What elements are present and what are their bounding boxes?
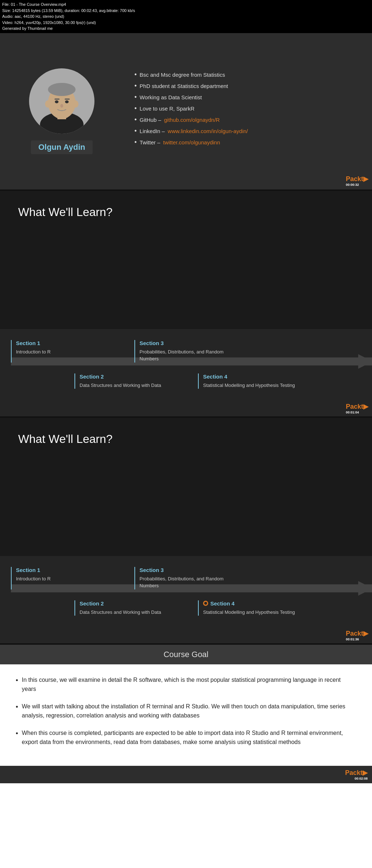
bio-item-github: GitHub – github.com/olgnaydn/R xyxy=(134,117,361,124)
sections-bottom-1: Section 2 Data Structures and Working wi… xyxy=(11,373,361,389)
avatar xyxy=(29,68,94,134)
section2-item-2: Section 2 Data Structures and Working wi… xyxy=(74,600,173,616)
svg-rect-9 xyxy=(54,99,60,100)
goal-item-1: In this course, we will examine in detai… xyxy=(22,675,354,694)
section2-label-2: Section 2 xyxy=(80,600,173,607)
section1-desc: Introduction to R xyxy=(16,348,109,356)
section3-desc: Probabilities, Distributions, and Random… xyxy=(140,348,232,363)
svg-point-5 xyxy=(45,100,51,108)
svg-rect-10 xyxy=(65,99,70,100)
packt-logo-slide3: Packt▶ 00:01:36 xyxy=(346,629,368,641)
file-info-header: File: 01 - The Course Overview.mp4 Size:… xyxy=(0,0,372,33)
section3-label: Section 3 xyxy=(140,340,232,346)
section2-item: Section 2 Data Structures and Working wi… xyxy=(74,373,173,389)
section4-desc-2: Statistical Modelling and Hypothesis Tes… xyxy=(203,609,296,616)
section3-label-2: Section 3 xyxy=(140,567,232,573)
section2-desc: Data Structures and Working with Data xyxy=(80,382,173,389)
twitter-link[interactable]: twitter.com/olgunaydinn xyxy=(163,139,220,145)
course-goal-header: Course Goal xyxy=(0,645,372,664)
bio-item-1: Bsc and Msc degree from Statistics xyxy=(134,72,361,79)
section1-label-2: Section 1 xyxy=(16,567,109,573)
what-learn-title-2: What We'll Learn? xyxy=(18,432,354,446)
speaker-name: Olgun Aydin xyxy=(31,140,92,154)
svg-point-7 xyxy=(55,100,58,103)
svg-point-6 xyxy=(73,100,78,108)
bio-item-twitter: Twitter – twitter.com/olgunaydinn xyxy=(134,139,361,146)
linkedin-link[interactable]: www.linkedin.com/in/olgun-aydin/ xyxy=(168,128,248,134)
file-info-line4: Video: h264, yuv420p, 1920x1080, 30.00 f… xyxy=(2,20,370,26)
speaker-slide: Olgun Aydin Bsc and Msc degree from Stat… xyxy=(0,33,372,189)
bio-item-2: PhD student at Statistics department xyxy=(134,83,361,90)
course-goal-content: In this course, we will examine in detai… xyxy=(0,664,372,766)
section4-label-row: Section 4 xyxy=(203,600,296,607)
bio-item-linkedin: LinkedIn – www.linkedin.com/in/olgun-ayd… xyxy=(134,128,361,135)
goal-item-2: We will start with talking about the ins… xyxy=(22,702,354,720)
packt-logo-bottom: Packt▶ 00:02:08 xyxy=(0,766,372,783)
bio-item-3: Working as Data Scientist xyxy=(134,94,361,101)
svg-point-8 xyxy=(65,100,69,103)
file-info-line1: File: 01 - The Course Overview.mp4 xyxy=(2,1,370,8)
packt-logo-slide2: Packt▶ 00:01:04 xyxy=(346,403,368,414)
svg-point-4 xyxy=(48,83,76,96)
what-learn-slide-2: What We'll Learn? xyxy=(0,418,372,556)
sections-top-2: Section 1 Introduction to R Section 3 Pr… xyxy=(11,567,361,589)
section4-item: Section 4 Statistical Modelling and Hypo… xyxy=(198,373,296,389)
section3-item: Section 3 Probabilities, Distributions, … xyxy=(134,340,232,363)
timeline-2: Section 1 Introduction to R Section 3 Pr… xyxy=(0,556,372,643)
file-info-line3: Audio: aac, 44100 Hz, stereo (und) xyxy=(2,13,370,20)
sections-bottom-2: Section 2 Data Structures and Working wi… xyxy=(11,600,361,616)
file-info-line2: Size: 14254815 bytes (13.59 MiB), durati… xyxy=(2,8,370,14)
bio-list: Bsc and Msc degree from Statistics PhD s… xyxy=(134,72,361,151)
what-learn-slide-1: What We'll Learn? xyxy=(0,191,372,329)
section2-desc-2: Data Structures and Working with Data xyxy=(80,609,173,616)
section4-highlight-dot xyxy=(203,601,208,606)
file-info-line5: Generated by Thumbnail me xyxy=(2,25,370,32)
what-learn-title-1: What We'll Learn? xyxy=(18,205,354,219)
goal-item-3: When this course is completed, participa… xyxy=(22,728,354,747)
github-link[interactable]: github.com/olgnaydn/R xyxy=(164,117,220,123)
section3-desc-2: Probabilities, Distributions, and Random… xyxy=(140,575,232,589)
timeline-1: Section 1 Introduction to R Section 3 Pr… xyxy=(0,329,372,416)
section1-item-2: Section 1 Introduction to R xyxy=(11,567,109,589)
packt-logo-slide1: Packt▶ 00:00:32 xyxy=(346,175,368,187)
svg-point-11 xyxy=(60,104,63,108)
speaker-left-panel: Olgun Aydin xyxy=(0,33,124,189)
section4-desc: Statistical Modelling and Hypothesis Tes… xyxy=(203,382,296,389)
sections-top-1: Section 1 Introduction to R Section 3 Pr… xyxy=(11,340,361,363)
section4-item-2: Section 4 Statistical Modelling and Hypo… xyxy=(198,600,296,616)
speaker-bio: Bsc and Msc degree from Statistics PhD s… xyxy=(124,33,372,189)
section2-label: Section 2 xyxy=(80,373,173,380)
section4-label-2: Section 4 xyxy=(210,600,235,607)
section1-label: Section 1 xyxy=(16,340,109,346)
section3-item-2: Section 3 Probabilities, Distributions, … xyxy=(134,567,232,589)
section1-item: Section 1 Introduction to R xyxy=(11,340,109,363)
goal-list: In this course, we will examine in detai… xyxy=(15,675,354,747)
section4-label: Section 4 xyxy=(203,373,296,380)
bio-item-4: Love to use R, SparkR xyxy=(134,105,361,112)
section1-desc-2: Introduction to R xyxy=(16,575,109,583)
